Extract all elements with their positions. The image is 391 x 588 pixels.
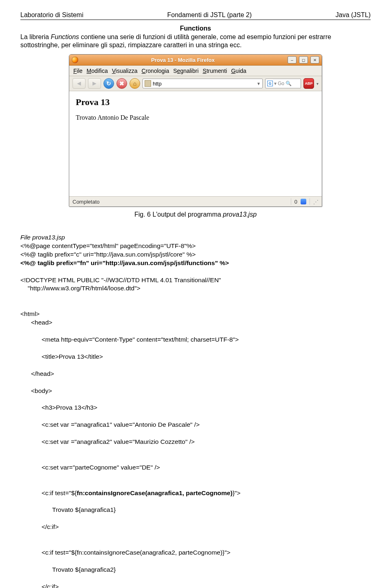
minimize-button[interactable]: – bbox=[288, 56, 297, 64]
header-center: Fondamenti di JSTL (parte 2) bbox=[167, 11, 252, 19]
url-dropdown-icon[interactable]: ▼ bbox=[257, 81, 261, 86]
search-hint: Go bbox=[278, 81, 284, 86]
menu-cronologia[interactable]: Cronologia bbox=[142, 68, 169, 74]
window-title: Prova 13 - Mozilla Firefox bbox=[81, 57, 285, 63]
code-listing: File prova13.jsp <%@page contentType="te… bbox=[20, 225, 371, 588]
content-text: Trovato Antonio De Pascale bbox=[76, 114, 315, 121]
maximize-button[interactable]: ◻ bbox=[299, 56, 308, 64]
menu-visualizza[interactable]: Visualizza bbox=[112, 68, 138, 74]
titlebar: Prova 13 - Mozilla Firefox – ◻ ✕ bbox=[69, 55, 322, 66]
menu-guida[interactable]: Guida bbox=[231, 68, 246, 74]
status-text: Completato bbox=[72, 199, 99, 205]
menu-strumenti[interactable]: Strumenti bbox=[203, 68, 227, 74]
close-button[interactable]: ✕ bbox=[310, 56, 319, 64]
intro-paragraph: La libreria Functions contiene una serie… bbox=[20, 33, 371, 49]
resize-grip-icon[interactable]: ⋰ bbox=[313, 199, 319, 205]
stop-button[interactable]: ✖ bbox=[116, 78, 127, 89]
section-title: Functions bbox=[20, 25, 371, 32]
menu-file[interactable]: File bbox=[73, 68, 83, 74]
url-text: http bbox=[153, 81, 162, 87]
page-content: Prova 13 Trovato Antonio De Pascale bbox=[69, 91, 322, 196]
home-button[interactable]: ⌂ bbox=[130, 78, 140, 89]
header-right: Java (JSTL) bbox=[336, 11, 371, 19]
google-icon: G bbox=[267, 81, 273, 86]
back-button[interactable]: ◄ bbox=[72, 78, 86, 89]
browser-window: Prova 13 - Mozilla Firefox – ◻ ✕ File Mo… bbox=[69, 54, 322, 207]
menu-modifica[interactable]: Modifica bbox=[87, 68, 108, 74]
status-window-icon[interactable] bbox=[301, 199, 306, 204]
menubar: File Modifica Visualizza Cronologia Segn… bbox=[69, 66, 322, 76]
page-favicon-icon bbox=[145, 80, 151, 87]
content-heading: Prova 13 bbox=[76, 97, 315, 108]
header-left: Laboratorio di Sistemi bbox=[20, 11, 83, 19]
search-engine-dropdown-icon[interactable]: ▾ bbox=[274, 81, 277, 86]
menu-segnalibri[interactable]: Segnalibri bbox=[173, 68, 198, 74]
status-count: 0 bbox=[294, 199, 297, 205]
reload-button[interactable]: ↻ bbox=[103, 78, 114, 89]
firefox-icon bbox=[72, 57, 78, 63]
toolbar: ◄ ► ↻ ✖ ⌂ http ▼ G ▾ Go 🔍 ABP ▾ bbox=[69, 76, 322, 91]
page-header: Laboratorio di Sistemi Fondamenti di JST… bbox=[20, 11, 371, 19]
url-bar[interactable]: http ▼ bbox=[143, 79, 263, 88]
magnifier-icon[interactable]: 🔍 bbox=[286, 81, 292, 86]
search-bar[interactable]: G ▾ Go 🔍 bbox=[265, 79, 301, 88]
adblock-plus-button[interactable]: ABP bbox=[303, 78, 314, 89]
figure-caption: Fig. 6 L'output del programma prova13.js… bbox=[20, 211, 371, 218]
forward-button[interactable]: ► bbox=[88, 78, 101, 89]
statusbar: Completato 0 ⋰ bbox=[69, 196, 322, 206]
abp-dropdown-icon[interactable]: ▾ bbox=[316, 81, 319, 86]
